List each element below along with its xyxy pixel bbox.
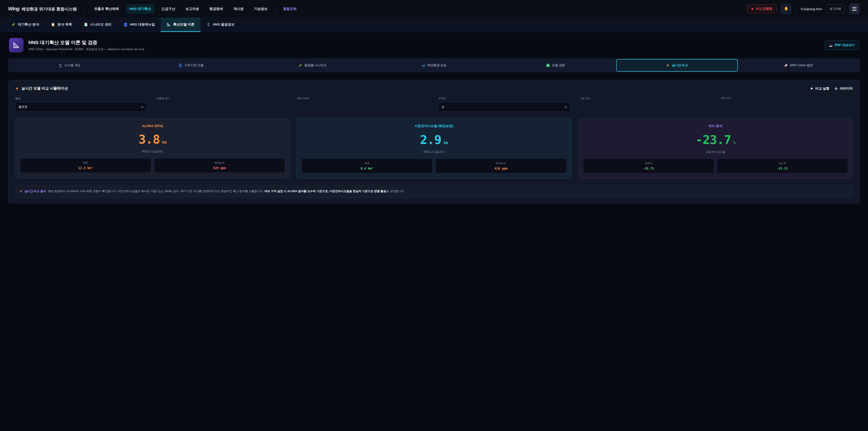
status-dot-icon (751, 8, 753, 10)
play-icon (810, 87, 813, 90)
page-icon (9, 38, 24, 53)
hamburger-menu-icon (852, 7, 857, 11)
section-tab-marine-correction[interactable]: 해양환경 보정 (373, 59, 495, 72)
inbox-tray-icon (829, 43, 833, 47)
field-substance: 물질 톨루엔 (15, 97, 147, 112)
field-spill-volume: 유출량 (kL) (156, 97, 288, 112)
panel-actions: 비교 실행 파라미터 (810, 86, 853, 91)
parameters-button[interactable]: 파라미터 (834, 86, 853, 91)
stability-select[interactable]: D (438, 102, 570, 112)
nav-item-rescue[interactable]: 긴급구난 (158, 4, 179, 14)
blue-book-icon (123, 22, 128, 27)
stat-max-concentration: 최대농도 520 ppm (154, 158, 285, 173)
divider (84, 4, 84, 13)
set-square-icon (12, 41, 20, 49)
notifications-button[interactable] (781, 3, 792, 14)
subtab-dispersion-analysis[interactable]: 대기확산 분석 (5, 18, 45, 32)
stat-concentration-difference: 농도차 -21.2% (717, 159, 848, 173)
card-value: -23.7 % (583, 133, 848, 147)
card-title: 차이 분석 (583, 124, 848, 128)
stat-max-concentration: 최대농도 410 ppm (436, 159, 566, 173)
nav-item-reports[interactable]: 보고자료 (182, 4, 203, 14)
bell-icon (784, 6, 789, 11)
subtab-hns-manual[interactable]: HNS 대응매뉴얼 (118, 18, 161, 32)
main-nav: 유출유 확산예측 HNS·대기확산 긴급구난 보고자료 항공탐색 게시판 기상정… (91, 4, 747, 14)
nav-item-integrated-search[interactable]: 통합조회 (279, 4, 300, 14)
stat-area-difference: 면적차 -31.7% (583, 159, 714, 173)
card-stats: 면적차 -31.7% 농도차 -21.2% (583, 159, 848, 173)
field-sst: SST (°C) (721, 97, 853, 112)
check-icon (546, 63, 550, 67)
subtab-hns-substance-info[interactable]: HNS 물질정보 (200, 18, 241, 32)
page-header: HNS 대기확산 모델 이론 및 검증 WRF-Chem · Gaussian … (0, 32, 868, 57)
lightning-icon (15, 87, 19, 91)
spill-volume-input[interactable] (156, 102, 288, 112)
section-tab-substance-scenarios[interactable]: 물질별 시나리오 (252, 59, 373, 72)
subtab-diffusion-model-theory[interactable]: 확산모델 이론 (161, 18, 200, 32)
nav-item-board[interactable]: 게시판 (230, 4, 247, 14)
note-badge: 실시간 비교 결과: (24, 190, 47, 193)
page-subtitle: WRF-Chem · Gaussian Plume/Puff · ROMS · … (29, 48, 825, 51)
pen-icon (298, 63, 302, 67)
section-tabbar: 시스템 개요 가우시안 모델 물질별 시나리오 해양환경 보정 (8, 58, 860, 72)
app-logo[interactable]: Wing 해양환경 위기대응 통합시스템 (8, 6, 77, 12)
panel-header: 실시간 모델 비교 시뮬레이션 비교 실행 (15, 86, 853, 91)
user-name: Eunjeong Kim (801, 7, 822, 11)
clipboard-icon (51, 22, 55, 27)
nav-item-weather[interactable]: 기상정보 (250, 4, 271, 14)
lightning-icon (20, 190, 23, 193)
pdf-export-button[interactable]: PDF 내보내기 (825, 40, 859, 50)
panel-title: 실시간 모델 비교 시뮬레이션 (15, 86, 810, 91)
app-title: 해양환경 위기대응 통합시스템 (22, 6, 77, 12)
run-comparison-button[interactable]: 비교 실행 (810, 86, 829, 91)
card-value: 2.9 km (302, 133, 566, 147)
field-air-temp: 기온 (°C) (580, 97, 712, 112)
stat-area: 면적 8.4 km² (302, 159, 432, 173)
wing-logo-icon: Wing (8, 6, 20, 12)
logout-button[interactable]: 로그아웃 (826, 4, 845, 13)
card-stats: 면적 12.3 km² 최대농도 520 ppm (20, 158, 285, 173)
page-header-text: HNS 대기확산 모델 이론 및 검증 WRF-Chem · Gaussian … (29, 39, 825, 51)
note-tail: 을 권장합니다. (386, 190, 405, 193)
page-title: HNS 대기확산 모델 이론 및 검증 (29, 39, 825, 45)
menu-button[interactable] (849, 3, 860, 14)
top-navbar: Wing 해양환경 위기대응 통합시스템 유출유 확산예측 HNS·대기확산 긴… (0, 0, 868, 18)
section-tab-wrf-chem[interactable]: WRF-Chem 발전 (738, 59, 859, 72)
card-caption: 도달거리 감소율 (583, 150, 848, 154)
cyclone-icon (179, 63, 182, 67)
card-caption: AEGL-2 도달거리 (20, 150, 285, 153)
section-tab-system-overview[interactable]: 시스템 개요 (9, 59, 130, 72)
wind-speed-input[interactable] (298, 102, 430, 112)
note-bold-text: 대피 구역 설정 시 ALOHA 결과를 보수적 기준으로, 이문진박사모델을 … (264, 190, 386, 193)
divider (275, 4, 275, 14)
nav-item-air-search[interactable]: 항공탐색 (206, 4, 226, 14)
nav-item-oil-spill[interactable]: 유출유 확산예측 (91, 4, 123, 14)
section-tab-realtime-comparison[interactable]: 실시간 비교 (616, 59, 738, 72)
card-caption: AEGL-2 도달거리 (302, 150, 566, 154)
result-cards: ALOHA (EPA) 3.8 km AEGL-2 도달거리 면적 12.3 k… (15, 118, 853, 179)
field-stability: 안정도 D (438, 97, 570, 112)
card-title: 이문진박사모델 (해양보정) (302, 124, 566, 128)
set-square-icon (166, 22, 171, 27)
note-text: 해양 환경에서 ALOHA의 과대 예측 경향이 확인됩니다. 이문진박사모델은… (48, 190, 265, 193)
comparison-result-note: 실시간 비교 결과:해양 환경에서 ALOHA의 과대 예측 경향이 확인됩니다… (15, 185, 853, 197)
pen-icon (11, 22, 16, 27)
chevron-down-icon (141, 105, 144, 109)
incident-status-label: 사고 진행중 (756, 7, 772, 11)
section-tab-model-validation[interactable]: 모델 검증 (495, 59, 616, 72)
substance-select[interactable]: 톨루엔 (15, 102, 147, 112)
nav-item-hns-dispersion[interactable]: HNS·대기확산 (126, 4, 155, 14)
chevron-down-icon (564, 105, 567, 109)
sst-input[interactable] (721, 101, 853, 111)
subtab-scenario-management[interactable]: 시나리오 관리 (78, 18, 117, 32)
incident-status-badge[interactable]: 사고 진행중 (747, 4, 777, 13)
section-tab-gaussian-model[interactable]: 가우시안 모델 (130, 59, 252, 72)
gear-icon (834, 87, 838, 90)
aloha-result-card: ALOHA (EPA) 3.8 km AEGL-2 도달거리 면적 12.3 k… (15, 118, 290, 179)
sub-navbar: 대기확산 분석 분석 목록 시나리오 관리 HNS 대응매 (0, 18, 868, 32)
air-temp-input[interactable] (580, 102, 712, 112)
realtime-comparison-panel: 실시간 모델 비교 시뮬레이션 비교 실행 (8, 80, 860, 204)
difference-analysis-card: 차이 분석 -23.7 % 도달거리 감소율 면적차 -31.7% 농도차 -2… (578, 118, 853, 179)
app-root: Wing 해양환경 위기대응 통합시스템 유출유 확산예측 HNS·대기확산 긴… (0, 0, 868, 431)
subtab-analysis-list[interactable]: 분석 목록 (45, 18, 78, 32)
